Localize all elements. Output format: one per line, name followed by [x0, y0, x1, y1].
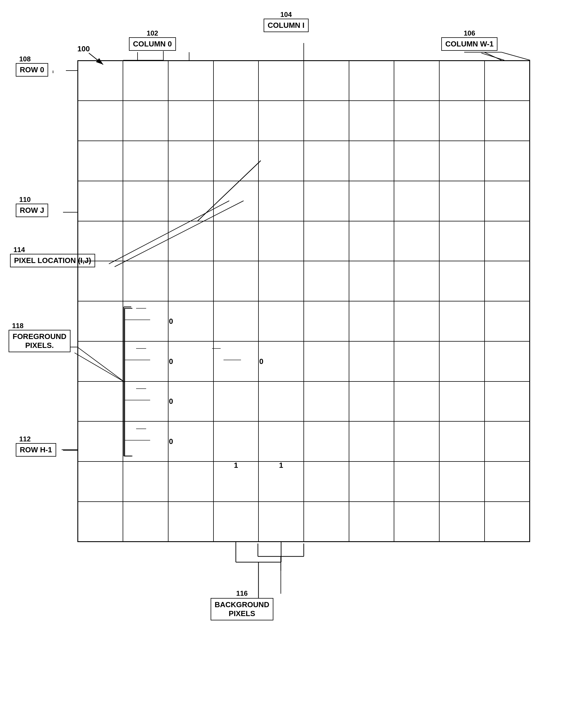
- label-rowH1: 112 ROW H-1: [16, 443, 56, 457]
- grid-cell: [394, 61, 439, 101]
- table-row: [78, 101, 530, 141]
- table-row: [78, 221, 530, 261]
- grid-cell: [484, 61, 530, 101]
- table-row: 0: [78, 381, 530, 422]
- label-foreground: 118 FOREGROUND PIXELS.: [9, 330, 71, 352]
- label-rowJ: 110 ROW J: [16, 204, 48, 217]
- table-row: 0 1 1: [78, 421, 530, 462]
- grid-cell: [349, 61, 394, 101]
- svg-line-29: [484, 52, 502, 60]
- grid-cell: [304, 61, 349, 101]
- ref-100: 100: [77, 44, 90, 53]
- label-columnW1: 106 COLUMN W-1: [441, 37, 498, 51]
- grid-cell: [123, 61, 168, 101]
- table-row: 0: [78, 301, 530, 341]
- table-row: [78, 261, 530, 301]
- grid-cell: [78, 61, 123, 101]
- grid: 0 0 0 0 0 1 1: [77, 60, 530, 542]
- grid-table: 0 0 0 0 0 1 1: [77, 60, 530, 542]
- table-row: [78, 141, 530, 181]
- diagram-container: 100 102 COLUMN 0 104 COLUMN I 106 COLUMN…: [0, 0, 588, 707]
- table-row: [78, 61, 530, 101]
- grid-cell: [439, 61, 484, 101]
- label-columnI: 104 COLUMN I: [264, 19, 308, 32]
- label-background: 116 BACKGROUND PIXELS: [211, 598, 273, 620]
- table-row: [78, 181, 530, 221]
- grid-cell: [214, 61, 259, 101]
- table-row: [78, 502, 530, 542]
- grid-cell: [168, 61, 214, 101]
- table-row: [78, 462, 530, 502]
- table-row: 0 0: [78, 341, 530, 381]
- label-column0: 102 COLUMN 0: [129, 37, 176, 51]
- label-row0: 108 ROW 0: [16, 63, 48, 76]
- grid-cell: [258, 61, 304, 101]
- svg-line-6: [481, 53, 504, 60]
- svg-line-32: [502, 52, 530, 60]
